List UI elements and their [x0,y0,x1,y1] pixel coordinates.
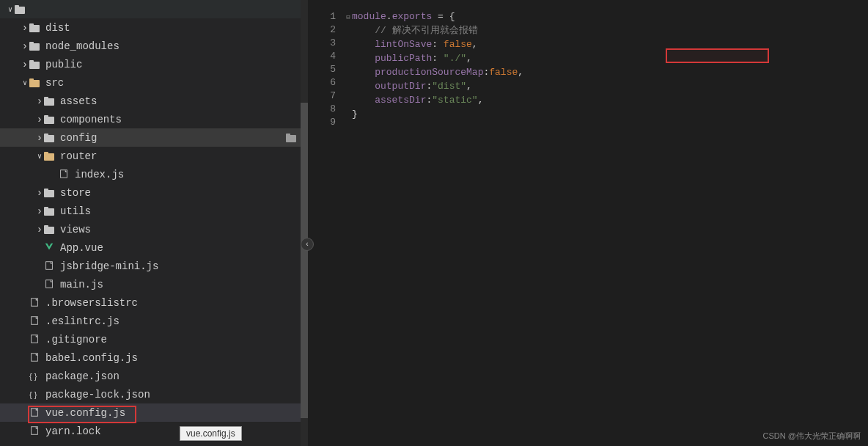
folder-icon [29,40,41,52]
item-label: src [45,77,64,89]
file-js-icon [29,315,41,327]
root-folder[interactable] [0,0,308,18]
item-label: assets [60,95,97,107]
item-label: App.vue [60,242,103,254]
item-label: store [60,187,91,199]
chevron-right-icon[interactable] [21,22,29,34]
line-number: 4 [308,50,336,63]
chevron-down-icon[interactable] [21,78,29,87]
chevron-right-icon[interactable] [35,95,44,107]
chevron-right-icon[interactable] [35,132,44,144]
chevron-right-icon[interactable] [35,224,44,235]
folder-item[interactable]: components [0,110,308,128]
item-label: public [45,59,82,70]
folder-icon [44,114,56,125]
folder-icon [44,187,56,199]
file-js-icon [29,407,41,419]
chevron-right-icon[interactable] [21,59,29,70]
file-item[interactable]: yarn.lock [0,422,308,440]
folder-icon [29,22,41,34]
item-label: package-lock.json [45,389,150,401]
file-item[interactable]: main.js [0,275,308,293]
file-vue-icon [44,242,56,254]
item-label: router [60,150,97,162]
new-folder-icon[interactable] [286,132,298,144]
code-line[interactable]: // 解决不引用就会报错 [345,24,868,38]
file-js-icon [59,169,70,180]
item-label: babel.config.js [45,352,138,364]
line-number: 1 [308,10,336,23]
folder-item[interactable]: store [0,183,308,202]
folder-icon [44,95,56,107]
code-line[interactable]: ⊟module.exports = { [345,10,868,24]
item-label: jsbridge-mini.js [60,260,158,272]
chevron-right-icon[interactable] [35,205,44,217]
folder-open-icon [29,77,41,89]
file-tooltip: vue.config.js [180,426,242,441]
folder-icon [44,224,56,235]
file-item[interactable]: { }package-lock.json [0,385,308,403]
item-label: .eslintrc.js [45,315,119,327]
file-item[interactable]: .gitignore [0,330,308,348]
code-line[interactable]: publicPath: "./", [345,52,868,66]
item-label: yarn.lock [45,425,101,437]
line-number: 7 [308,89,336,103]
line-number: 3 [308,37,336,50]
file-json-icon: { } [29,370,41,382]
panel-collapse-handle[interactable]: ‹ [301,238,314,251]
folder-item[interactable]: src [0,73,308,92]
line-number: 2 [308,23,336,37]
file-item[interactable]: index.js [0,165,308,183]
line-number: 8 [308,103,336,116]
item-label: .gitignore [45,334,107,346]
item-label: .browserslistrc [45,297,138,309]
code-content[interactable]: ⊟module.exports = { // 解决不引用就会报错 lintOnS… [345,0,868,446]
scrollbar[interactable] [301,0,308,446]
item-label: node_modules [45,40,119,52]
code-line[interactable]: productionSourceMap:false, [345,66,868,80]
chevron-right-icon[interactable] [35,114,44,125]
chevron-right-icon[interactable] [21,40,29,52]
file-item[interactable]: babel.config.js [0,348,308,367]
file-item[interactable]: jsbridge-mini.js [0,257,308,275]
file-js-icon [44,279,56,290]
folder-item[interactable]: router [0,147,308,165]
code-line[interactable]: assetsDir:"static", [345,94,868,108]
file-item[interactable]: .eslintrc.js [0,312,308,330]
file-js-icon [29,425,41,437]
code-line[interactable]: } [345,108,868,122]
folder-item[interactable]: public [0,55,308,73]
item-label: components [60,114,122,125]
folder-item[interactable]: utils [0,202,308,220]
scrollbar-thumb[interactable] [301,103,308,418]
item-label: index.js [75,169,124,180]
code-line[interactable]: outputDir:"dist", [345,80,868,94]
file-item[interactable]: vue.config.js [0,403,308,422]
code-editor[interactable]: ‹ 123456789 ⊟module.exports = { // 解决不引用… [308,0,868,446]
item-label: views [60,224,91,235]
file-json-icon: { } [29,389,41,401]
file-item[interactable]: { }package.json [0,367,308,385]
item-label: config [60,132,97,144]
folder-item[interactable]: assets [0,92,308,110]
file-item[interactable]: App.vue [0,238,308,257]
folder-item[interactable]: config [0,128,308,147]
folder-icon [15,4,26,15]
chevron-down-icon[interactable] [35,152,44,161]
watermark: CSDN @伟大光荣正确啊啊 [763,431,861,442]
highlight-box-code [666,48,769,63]
file-icon [29,297,41,309]
chevron-down-icon [6,5,15,14]
folder-item[interactable]: views [0,220,308,238]
folder-item[interactable]: dist [0,18,308,37]
item-label: vue.config.js [45,407,125,419]
file-item[interactable]: .browserslistrc [0,293,308,312]
file-explorer-sidebar[interactable]: distnode_modulespublicsrcassetscomponent… [0,0,308,446]
line-number-gutter: 123456789 [308,0,345,446]
code-line[interactable]: lintOnSave: false, [345,38,868,52]
code-line[interactable] [345,122,868,136]
folder-open-icon [44,150,56,162]
fold-icon[interactable]: ⊟ [345,11,352,24]
chevron-right-icon[interactable] [35,187,44,199]
folder-item[interactable]: node_modules [0,37,308,55]
